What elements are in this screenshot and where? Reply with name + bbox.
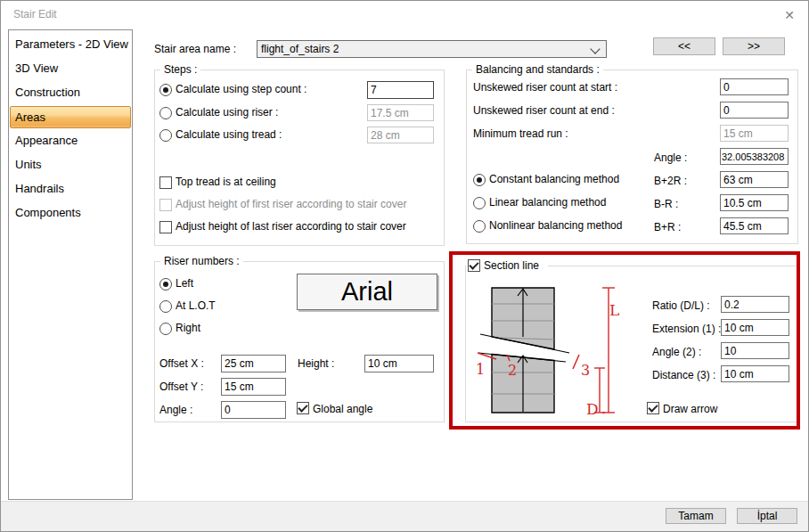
sidebar-item-areas[interactable]: Areas <box>10 106 131 128</box>
sidebar-item-construction[interactable]: Construction <box>11 82 133 102</box>
extension-input[interactable] <box>721 319 789 336</box>
stair-edit-dialog: Stair Edit ✕ Parameters - 2D View 3D Vie… <box>0 0 809 532</box>
height-label: Height : <box>298 357 334 371</box>
sidebar-item-units[interactable]: Units <box>11 154 133 175</box>
sidebar-item-appearance[interactable]: Appearance <box>11 130 133 151</box>
minimum-tread-run-label: Minimum tread run : <box>473 127 568 141</box>
window-title: Stair Edit <box>13 8 57 20</box>
global-angle-checkbox[interactable] <box>297 402 309 414</box>
riser-left-radio[interactable] <box>159 278 172 291</box>
sidebar-item-handrails[interactable]: Handrails <box>11 178 133 199</box>
dimension-D-label: D <box>586 400 599 418</box>
angle-label: Angle : <box>654 151 687 165</box>
linear-balancing-label: Linear balancing method <box>489 196 606 209</box>
marker-2-label: 2 <box>508 362 517 379</box>
section-angle-label: Angle (2) : <box>652 346 701 359</box>
ok-button[interactable]: Tamam <box>666 508 726 524</box>
riser-numbers-group-legend: Riser numbers : <box>160 255 243 268</box>
stair-area-name-value: flight_of_stairs 2 <box>261 43 339 55</box>
nonlinear-balancing-label: Nonlinear balancing method <box>489 219 622 233</box>
unskewed-start-input[interactable] <box>720 78 789 95</box>
top-tread-ceiling-checkbox[interactable] <box>159 176 172 189</box>
distance-marker-slash <box>573 355 579 369</box>
offset-x-label: Offset X : <box>159 357 204 371</box>
b-plus-2r-label: B+2R : <box>654 175 687 188</box>
adjust-last-riser-checkbox[interactable] <box>159 221 172 233</box>
ratio-input[interactable] <box>721 296 789 313</box>
unskewed-end-label: Unskewed riser count at end : <box>473 104 615 118</box>
calculate-tread-label: Calculate using tread : <box>176 128 282 142</box>
constant-balancing-radio[interactable] <box>473 174 486 186</box>
adjust-first-riser-label: Adjust height of first riser according t… <box>176 198 406 211</box>
extension-label: Extension (1) : <box>652 323 721 336</box>
b-minus-r-input[interactable] <box>720 194 789 211</box>
b-plus-r-label: B+R : <box>654 221 681 234</box>
previous-area-button[interactable]: << <box>653 37 715 55</box>
steps-group-legend: Steps : <box>160 63 200 77</box>
riser-at-lot-label: At L.O.T <box>176 299 216 313</box>
distance-input[interactable] <box>721 365 789 382</box>
chevron-down-icon <box>590 44 600 53</box>
next-area-button[interactable]: >> <box>723 37 785 55</box>
riser-left-label: Left <box>176 277 193 291</box>
cancel-button[interactable]: İptal <box>737 508 797 524</box>
height-input[interactable] <box>364 355 434 372</box>
marker-3-label: 3 <box>581 362 590 379</box>
offset-y-label: Offset Y : <box>159 381 203 394</box>
draw-arrow-label: Draw arrow <box>663 403 717 416</box>
marker-1-label: 1 <box>476 361 485 378</box>
sidebar: Parameters - 2D View 3D View Constructio… <box>8 29 133 500</box>
calculate-riser-label: Calculate using riser : <box>176 106 278 119</box>
calculate-step-count-label: Calculate using step count : <box>176 83 306 96</box>
global-angle-label: Global angle <box>313 403 372 416</box>
calculate-tread-radio[interactable] <box>159 129 172 142</box>
b-plus-2r-input[interactable] <box>720 171 789 188</box>
constant-balancing-label: Constant balancing method <box>489 173 619 186</box>
angle-input[interactable] <box>720 148 789 165</box>
step-count-input[interactable] <box>367 81 434 99</box>
dimension-L-label: L <box>609 301 619 319</box>
riser-at-lot-radio[interactable] <box>159 300 172 313</box>
stair-area-name-select[interactable]: flight_of_stairs 2 <box>257 40 607 58</box>
adjust-last-riser-label: Adjust height of last riser according to… <box>176 220 406 233</box>
riser-right-radio[interactable] <box>159 323 172 335</box>
draw-arrow-checkbox[interactable] <box>647 402 659 414</box>
sidebar-item-parameters-2d-view[interactable]: Parameters - 2D View <box>11 34 133 54</box>
balancing-group-legend: Balancing and standards : <box>472 63 603 77</box>
b-plus-r-input[interactable] <box>720 217 789 234</box>
distance-label: Distance (3) : <box>652 369 715 382</box>
b-minus-r-label: B-R : <box>654 198 678 211</box>
riser-angle-label: Angle : <box>159 404 192 417</box>
section-angle-input[interactable] <box>721 342 789 359</box>
linear-balancing-radio[interactable] <box>473 197 486 209</box>
sidebar-item-3d-view[interactable]: 3D View <box>11 58 133 78</box>
offset-x-input[interactable] <box>221 355 286 372</box>
section-diagram: 1 2 3 L D <box>464 268 651 422</box>
riser-input <box>367 104 434 121</box>
adjust-first-riser-checkbox <box>159 199 172 211</box>
ratio-label: Ratio (D/L) : <box>652 299 710 313</box>
close-icon[interactable]: ✕ <box>778 4 801 26</box>
riser-right-label: Right <box>176 322 200 335</box>
unskewed-end-input[interactable] <box>720 102 789 119</box>
offset-y-input[interactable] <box>221 378 286 396</box>
calculate-riser-radio[interactable] <box>159 107 172 119</box>
minimum-tread-run-input <box>720 125 789 142</box>
tread-input <box>367 127 434 143</box>
top-tread-ceiling-label: Top tread is at ceiling <box>176 176 276 189</box>
calculate-step-count-radio[interactable] <box>159 84 172 96</box>
sidebar-item-components[interactable]: Components <box>11 202 133 223</box>
font-select-button[interactable]: Arial <box>297 274 437 310</box>
unskewed-start-label: Unskewed riser count at start : <box>473 81 617 94</box>
stair-area-name-label: Stair area name : <box>154 43 236 56</box>
nonlinear-balancing-radio[interactable] <box>473 220 486 233</box>
riser-angle-input[interactable] <box>221 401 286 419</box>
